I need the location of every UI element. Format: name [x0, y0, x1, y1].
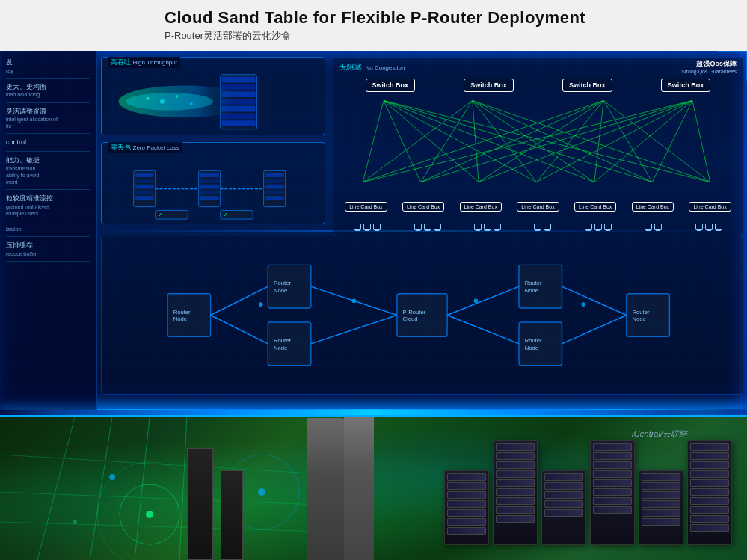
- svg-line-47: [363, 101, 473, 182]
- server-unit: [496, 497, 535, 505]
- server-unit: [642, 509, 680, 517]
- pc-icon: [534, 224, 541, 230]
- server-unit: [447, 491, 486, 499]
- svg-text:Router: Router: [633, 309, 650, 316]
- pc-icon: [594, 224, 602, 230]
- svg-text:✓: ✓: [158, 212, 163, 218]
- svg-line-40: [363, 101, 384, 182]
- svg-point-11: [160, 99, 165, 104]
- svg-point-9: [126, 93, 213, 110]
- pc-icon: [424, 224, 431, 230]
- pc-icon: [695, 224, 703, 230]
- main-content: 高吞吐 High Throughput: [97, 51, 747, 417]
- server-stack-2: [493, 440, 538, 545]
- line-card-box-6: Line Card Box: [632, 202, 674, 212]
- server-stack-3: [541, 470, 586, 545]
- svg-text:Router: Router: [274, 337, 291, 344]
- server-unit: [447, 482, 486, 490]
- svg-text:Node: Node: [525, 345, 538, 351]
- high-throughput-box: 高吞吐 High Throughput: [101, 57, 325, 135]
- svg-rect-7: [222, 120, 256, 126]
- svg-rect-28: [265, 179, 284, 183]
- left-item-6: 粒较度精准流控 grained multi-level multiple use…: [6, 194, 90, 221]
- svg-rect-1: [222, 77, 256, 83]
- svg-text:Router: Router: [173, 309, 191, 316]
- pc-icon: [474, 224, 482, 230]
- svg-line-102: [90, 417, 112, 560]
- left-item-8: 压排缓存 reduce buffer: [6, 241, 90, 262]
- server-unit: [496, 515, 535, 523]
- line-card-box-3: Line Card Box: [460, 202, 502, 212]
- pc-icon: [363, 224, 371, 230]
- svg-line-67: [692, 101, 710, 182]
- server-unit: [496, 488, 535, 496]
- line-card-box-5: Line Card Box: [574, 202, 616, 212]
- server-unit: [642, 518, 680, 526]
- icon-group-3: [474, 224, 501, 230]
- svg-line-95: [562, 286, 627, 315]
- svg-rect-2: [222, 84, 256, 90]
- server-stack-6: [687, 440, 732, 545]
- svg-line-49: [473, 101, 479, 182]
- server-unit: [642, 482, 680, 490]
- svg-line-90: [211, 316, 268, 344]
- page-subtitle: P-Router灵活部署的云化沙盒: [165, 29, 747, 43]
- svg-rect-17: [135, 185, 154, 189]
- tower-left-small: [221, 470, 243, 560]
- svg-text:Router: Router: [274, 280, 291, 286]
- server-unit: [496, 452, 535, 460]
- left-info-panel: 发 ray 更大、更均衡 load balancing 灵活调整资源 intel…: [0, 51, 97, 417]
- line-card-box-1: Line Card Box: [345, 202, 387, 212]
- svg-point-111: [146, 511, 153, 518]
- server-unit: [447, 500, 486, 508]
- icon-group-6: [645, 224, 662, 230]
- svg-text:P-Router: P-Router: [403, 309, 426, 316]
- server-unit: [690, 488, 729, 496]
- server-unit: [690, 461, 729, 469]
- server-unit: [544, 482, 583, 490]
- diagrams-area: 高吞吐 High Throughput: [97, 51, 329, 230]
- svg-text:Router: Router: [525, 280, 542, 286]
- icon-group-7: [695, 224, 722, 230]
- svg-line-103: [135, 417, 150, 560]
- zero-packet-loss-box: 零丢包 Zero Packet Loss: [101, 142, 325, 224]
- svg-text:Node: Node: [274, 287, 287, 294]
- svg-line-58: [594, 101, 603, 182]
- svg-point-98: [352, 298, 357, 303]
- left-item-5: 能力、敏捷 transmission ability to avoid ment: [6, 156, 90, 190]
- svg-point-112: [109, 474, 115, 480]
- server-unit: [690, 524, 729, 532]
- svg-rect-19: [135, 196, 154, 200]
- svg-rect-31: [265, 196, 284, 200]
- svg-line-45: [384, 101, 652, 182]
- svg-text:Node: Node: [173, 316, 187, 322]
- server-unit: [642, 473, 680, 481]
- svg-point-99: [474, 298, 479, 303]
- left-item-2: 更大、更均衡 load balancing: [6, 83, 90, 103]
- server-unit: [447, 527, 486, 535]
- server-unit: [690, 470, 729, 478]
- svg-line-104: [179, 417, 187, 560]
- svg-rect-22: [200, 179, 219, 183]
- pc-icon: [654, 224, 662, 230]
- svg-point-13: [190, 102, 193, 105]
- icon-group-4: [534, 224, 551, 230]
- line-card-boxes-row: Line Card Box Line Card Box Line Card Bo…: [337, 202, 739, 212]
- network-diagram-area: 无阻塞 No Congestion 超强Qos保障 Strong Qos Gua…: [333, 57, 743, 236]
- svg-line-94: [447, 316, 519, 344]
- svg-rect-15: [135, 173, 154, 177]
- svg-rect-21: [200, 173, 219, 177]
- server-stack-1: [444, 470, 489, 545]
- svg-line-53: [473, 101, 710, 182]
- svg-rect-23: [200, 185, 219, 189]
- svg-line-62: [421, 101, 692, 182]
- server-unit: [447, 509, 486, 517]
- svg-line-59: [603, 101, 652, 182]
- server-unit: [593, 506, 632, 514]
- server-unit: [593, 443, 632, 451]
- server-unit: [447, 473, 486, 481]
- left-item-3: 灵活调整资源 intelligent allocation of tis: [6, 108, 90, 135]
- svg-rect-16: [135, 179, 154, 183]
- left-item-4: control: [6, 138, 90, 152]
- glow-bar: [0, 410, 747, 415]
